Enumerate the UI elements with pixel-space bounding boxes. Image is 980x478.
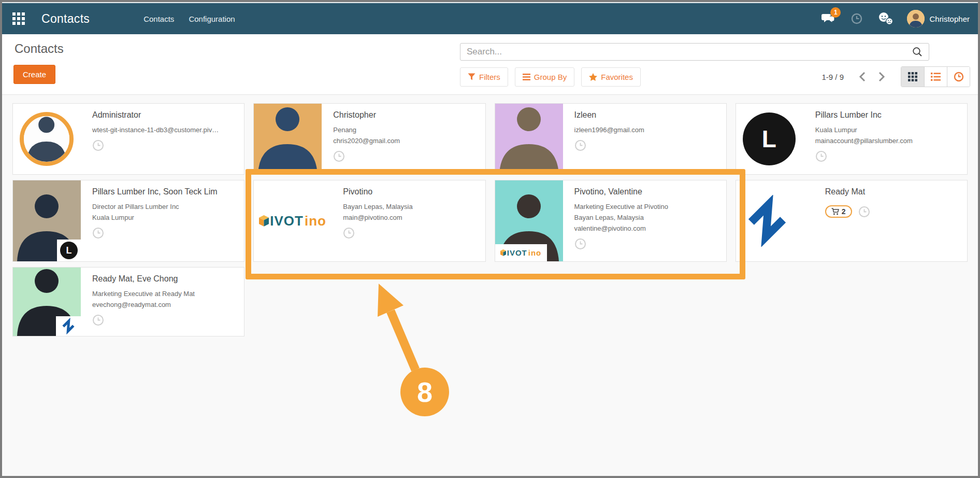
contact-detail-line: Kuala Lumpur	[815, 124, 960, 135]
contact-card-footer	[574, 238, 719, 250]
contact-card-image	[254, 104, 322, 174]
contact-card-body: Pillars Lumber IncKuala Lumpurmainaccoun…	[804, 104, 967, 174]
readymat-logo	[741, 195, 793, 247]
create-button[interactable]: Create	[13, 65, 55, 84]
activity-clock-button[interactable]	[333, 150, 345, 162]
contact-card-image: L	[736, 104, 804, 174]
activities-icon[interactable]	[849, 11, 864, 26]
activity-clock-button[interactable]	[815, 150, 827, 162]
activity-view-icon	[954, 72, 964, 82]
pivotino-logo-text-orange: ino	[528, 248, 542, 257]
card-activity-clock-icon	[574, 139, 586, 151]
activity-clock-button[interactable]	[574, 139, 586, 151]
contact-card[interactable]: LPillars Lumber Inc, Soon Teck LimDirect…	[12, 180, 244, 262]
contact-card-image: L	[13, 180, 81, 261]
activity-clock-button[interactable]	[92, 139, 104, 151]
contact-card-footer	[92, 139, 237, 151]
pivotino-logo-text-teal: IVOT	[270, 213, 304, 229]
feedback-masks-icon[interactable]	[878, 11, 893, 26]
contact-detail-line: Bayan Lepas, Malaysia	[574, 212, 719, 223]
list-view-button[interactable]	[924, 67, 947, 87]
contact-card[interactable]: Ready Mat, Eve ChongMarketing Executive …	[12, 267, 244, 336]
contact-card[interactable]: Ready Mat2	[736, 180, 968, 262]
kanban-view-button[interactable]	[901, 67, 924, 87]
contact-detail-line: Bayan Lepas, Malaysia	[343, 201, 478, 212]
contact-card-footer	[574, 139, 719, 151]
search-input[interactable]	[460, 47, 909, 57]
contact-card[interactable]: IVOTinoPivotino, ValentineMarketing Exec…	[495, 180, 727, 262]
contact-card[interactable]: Administratorwtest-git-instance-11-db3@c…	[12, 103, 244, 175]
activity-view-button[interactable]	[947, 67, 970, 87]
pager-next-button[interactable]	[873, 68, 890, 86]
contact-card-body: ChristopherPenangchris2020@gmail.com	[322, 104, 485, 174]
contact-card-body: PivotinoBayan Lepas, Malaysiamain@pivoti…	[332, 180, 485, 261]
company-letter-badge: L	[57, 240, 81, 261]
contact-detail-line: Marketing Executive at Pivotino	[574, 201, 719, 212]
breadcrumb: Contacts	[15, 41, 64, 56]
contact-card-footer	[343, 227, 478, 239]
contact-card-footer	[92, 227, 237, 239]
pivotino-logo: IVOTino	[500, 248, 542, 257]
contact-name: Izleen	[574, 110, 719, 120]
contact-detail-line: mainaccount@pillarslumber.com	[815, 135, 960, 146]
contact-detail-line: wtest-git-instance-11-db3@customer.piv…	[92, 124, 237, 135]
card-activity-clock-icon	[343, 227, 355, 239]
pivotino-logo: IVOTino	[259, 213, 326, 229]
favorites-button[interactable]: Favorites	[581, 67, 641, 87]
card-activity-clock-icon	[858, 206, 870, 218]
menu-item-configuration[interactable]: Configuration	[189, 15, 235, 23]
cart-count: 2	[842, 207, 846, 216]
pager-value: 1-9 / 9	[822, 73, 844, 81]
pager: 1-9 / 9	[822, 68, 890, 86]
contact-card[interactable]: ChristopherPenangchris2020@gmail.com	[253, 103, 485, 175]
search-icon[interactable]	[909, 47, 929, 57]
pivotino-logo-badge: IVOTino	[495, 244, 547, 261]
contact-card-body: Ready Mat2	[814, 180, 967, 261]
pivotino-cube-icon	[500, 249, 506, 256]
filters-button[interactable]: Filters	[460, 67, 508, 87]
contact-card[interactable]: IVOTinoPivotinoBayan Lepas, Malaysiamain…	[253, 180, 485, 262]
contact-card-body: Pillars Lumber Inc, Soon Teck LimDirecto…	[81, 180, 244, 261]
contact-card-image	[13, 268, 81, 336]
contact-detail-line: evechong@readymat.com	[92, 299, 237, 310]
pivotino-logo-text-orange: ino	[305, 213, 326, 229]
clock-icon	[851, 12, 863, 25]
top-navbar: Contacts Contacts Configuration 1	[2, 2, 978, 34]
contact-detail-line: izleen1996@gmail.com	[574, 124, 719, 135]
cart-icon	[831, 208, 840, 215]
apps-menu-button[interactable]	[2, 3, 35, 35]
navbar-systray: 1 Christopher	[820, 10, 978, 27]
contact-name: Christopher	[333, 110, 478, 120]
app-title: Contacts	[41, 12, 90, 26]
activity-clock-button[interactable]	[574, 238, 586, 250]
messages-badge: 1	[830, 7, 841, 18]
contact-name: Pillars Lumber Inc	[815, 110, 960, 120]
placeholder-avatar	[20, 112, 74, 166]
contact-card-body: Izleenizleen1996@gmail.com	[563, 104, 726, 174]
company-letter-avatar: L	[743, 113, 796, 165]
contact-card-image: IVOTino	[495, 180, 563, 261]
user-menu[interactable]: Christopher	[907, 10, 970, 27]
contact-card-footer	[815, 150, 960, 162]
group-by-button[interactable]: Group By	[515, 67, 574, 87]
favorites-star-icon	[589, 73, 597, 81]
pager-previous-button[interactable]	[853, 68, 871, 86]
contact-card[interactable]: Izleenizleen1996@gmail.com	[495, 103, 727, 175]
contact-card[interactable]: LPillars Lumber IncKuala Lumpurmainaccou…	[736, 103, 968, 175]
contact-card-image: IVOTino	[254, 180, 332, 261]
activity-clock-button[interactable]	[343, 227, 355, 239]
activity-clock-button[interactable]	[92, 314, 104, 326]
readymat-logo-badge	[56, 316, 81, 336]
cart-badge[interactable]: 2	[825, 205, 852, 218]
kanban-view: Administratorwtest-git-instance-11-db3@c…	[2, 95, 978, 345]
contact-detail-line: Marketing Executive at Ready Mat	[92, 288, 237, 299]
contact-card-image	[736, 180, 814, 261]
annotation-step-badge: 8	[400, 368, 449, 416]
contact-card-body: Ready Mat, Eve ChongMarketing Executive …	[81, 268, 244, 336]
messages-icon[interactable]: 1	[820, 11, 835, 26]
filter-icon	[468, 73, 475, 80]
menu-item-contacts[interactable]: Contacts	[143, 15, 174, 23]
contact-detail-line: valentine@pivotino.com	[574, 223, 719, 234]
activity-clock-button[interactable]	[92, 227, 104, 239]
activity-clock-button[interactable]	[858, 206, 870, 218]
